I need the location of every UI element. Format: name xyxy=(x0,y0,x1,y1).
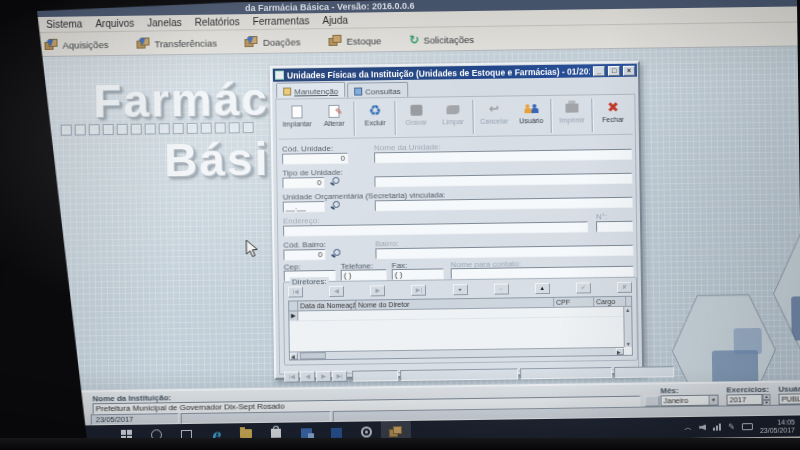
app-button-2[interactable] xyxy=(321,422,351,443)
nav-edit-button[interactable]: ▲ xyxy=(535,283,550,294)
toolbar-button-transferencias[interactable]: Transferências xyxy=(133,34,220,51)
menu-item-ajuda[interactable]: Ajuda xyxy=(322,15,348,26)
network-icon[interactable] xyxy=(713,424,721,431)
numero-field[interactable] xyxy=(596,221,633,233)
app-icon xyxy=(300,428,311,438)
scroll-down-icon[interactable]: ▼ xyxy=(625,341,632,347)
toolbar-button-aquisicoes[interactable]: Aquisições xyxy=(41,36,111,53)
toolbar-button-estoque[interactable]: Estoque xyxy=(325,32,384,49)
toolbar-button-solicitacoes[interactable]: ↻ Solicitações xyxy=(406,31,477,48)
dialog-titlebar[interactable]: Unidades Físicas da Instituição (Unidade… xyxy=(273,64,637,82)
unidade-orc-desc-field[interactable] xyxy=(375,197,633,212)
folder-icon xyxy=(240,429,252,438)
pen-icon[interactable]: ✎ xyxy=(728,422,735,431)
cancelar-button[interactable]: ↩ Cancelar xyxy=(475,98,512,135)
nome-unidade-field[interactable] xyxy=(374,149,632,164)
boxes-icon xyxy=(389,425,403,437)
edge-button[interactable]: e xyxy=(201,423,231,444)
menu-item-sistema[interactable]: Sistema xyxy=(46,18,82,30)
nav-prev-button[interactable]: ◀ xyxy=(329,286,344,297)
nav-prev-button[interactable]: ◀ xyxy=(300,371,315,382)
exercicio-field[interactable]: 2017 xyxy=(726,394,762,406)
grid-horizontal-scrollbar[interactable]: ◀ ▶ xyxy=(290,347,624,360)
chevron-down-icon[interactable]: ▼ xyxy=(708,396,717,405)
tipo-unidade-field[interactable]: 0 xyxy=(282,177,324,189)
cortana-button[interactable] xyxy=(141,424,171,445)
menu-item-relatorios[interactable]: Relatórios xyxy=(195,16,240,28)
cod-bairro-field[interactable]: 0 xyxy=(283,249,325,261)
exercicio-spinner[interactable]: ▲ ▼ xyxy=(762,394,770,405)
gravar-button[interactable]: Gravar xyxy=(397,100,434,137)
nav-cancel-button[interactable]: ✘ xyxy=(617,282,632,293)
unidade-orc-field[interactable]: __.__ xyxy=(283,201,325,213)
search-icon[interactable] xyxy=(330,249,340,259)
toolbar-button-doacoes[interactable]: Doações xyxy=(242,33,304,50)
tab-consultas[interactable]: Consultas xyxy=(347,82,408,98)
nav-next-button[interactable]: ▶ xyxy=(370,285,385,296)
mouse-cursor xyxy=(245,239,258,258)
recycle-icon: ♻ xyxy=(369,102,382,118)
bairro-field[interactable] xyxy=(375,245,633,260)
taskbar-clock[interactable]: 14:05 23/05/2017 xyxy=(760,418,795,434)
mes-combobox[interactable]: Janeiro ▼ xyxy=(660,395,718,407)
fechar-button[interactable]: ✖ Fechar xyxy=(594,97,631,134)
telefone-field[interactable]: ( ) xyxy=(341,269,387,281)
scroll-left-icon[interactable]: ◀ xyxy=(290,352,298,359)
scrollbar-thumb[interactable] xyxy=(300,352,326,359)
grid-vertical-scrollbar[interactable]: ▲ ▼ xyxy=(623,307,632,347)
implantar-button[interactable]: Implantar xyxy=(278,101,315,138)
cod-unidade-field[interactable]: 0 xyxy=(282,153,348,165)
limpar-button[interactable]: Limpar xyxy=(434,99,471,136)
windows-logo-icon xyxy=(120,430,131,441)
file-explorer-button[interactable] xyxy=(231,423,261,444)
excluir-button[interactable]: ♻ Excluir xyxy=(356,100,393,137)
boxes-icon xyxy=(44,39,58,51)
minimize-button[interactable]: _ xyxy=(593,66,605,76)
dialog-unidades-fisicas: Unidades Físicas da Instituição (Unidade… xyxy=(270,61,644,380)
cortana-icon xyxy=(150,429,161,440)
fax-field[interactable]: ( ) xyxy=(392,268,444,280)
speaker-icon[interactable] xyxy=(699,424,706,430)
nav-first-button[interactable]: |◀ xyxy=(284,371,299,382)
menu-item-ferramentas[interactable]: Ferramentas xyxy=(253,15,310,27)
col-cpf: CPF xyxy=(554,297,594,307)
usuario-button[interactable]: Usuário xyxy=(512,98,549,135)
bairro-label: Bairro: xyxy=(375,239,399,248)
settings-button[interactable] xyxy=(351,421,381,442)
imprimir-button[interactable]: Imprimir xyxy=(553,97,590,134)
toolbar-label: Transferências xyxy=(154,37,217,49)
tab-label: Manutenção xyxy=(294,86,338,96)
nav-post-button[interactable]: ✔ xyxy=(576,282,591,293)
scroll-right-icon[interactable]: ▶ xyxy=(616,348,624,355)
nav-last-button[interactable]: ▶| xyxy=(332,371,347,382)
app-button-1[interactable] xyxy=(291,422,321,443)
gear-icon xyxy=(360,426,371,437)
alterar-button[interactable]: Alterar xyxy=(315,101,352,138)
keyboard-icon[interactable] xyxy=(742,423,753,430)
close-button[interactable]: × xyxy=(623,65,635,75)
menu-item-arquivos[interactable]: Arquivos xyxy=(95,18,134,30)
scroll-up-icon[interactable]: ▲ xyxy=(624,307,631,313)
nav-delete-button[interactable]: − xyxy=(494,283,509,294)
tab-manutencao[interactable]: Manutenção xyxy=(276,82,345,98)
nav-next-button[interactable]: ▶ xyxy=(316,371,331,382)
mes-value: Janeiro xyxy=(663,396,688,405)
farmacia-app-button[interactable] xyxy=(381,421,411,442)
usuario-field[interactable]: PUBLICSOF xyxy=(778,393,800,405)
search-icon[interactable] xyxy=(330,201,340,211)
start-button[interactable] xyxy=(111,425,141,446)
search-icon[interactable] xyxy=(329,177,339,187)
laptop-screen: da Farmácia Básica - Versão: 2016.0.0.6 … xyxy=(0,0,800,450)
diretores-grid[interactable]: Data da Nomeação Nome do Diretor CPF Car… xyxy=(288,296,633,361)
endereco-field[interactable] xyxy=(283,221,588,236)
small-button[interactable] xyxy=(644,395,659,406)
menu-item-janelas[interactable]: Janelas xyxy=(147,17,182,28)
maximize-button[interactable]: □ xyxy=(608,65,620,75)
task-view-button[interactable] xyxy=(171,424,201,445)
tray-expand-icon[interactable]: ︿ xyxy=(684,422,692,433)
tipo-unidade-desc-field[interactable] xyxy=(374,173,632,188)
nav-insert-button[interactable]: + xyxy=(452,284,467,295)
nav-last-button[interactable]: ▶| xyxy=(411,285,426,296)
nav-first-button[interactable]: |◀ xyxy=(288,286,303,297)
store-button[interactable] xyxy=(261,423,291,444)
